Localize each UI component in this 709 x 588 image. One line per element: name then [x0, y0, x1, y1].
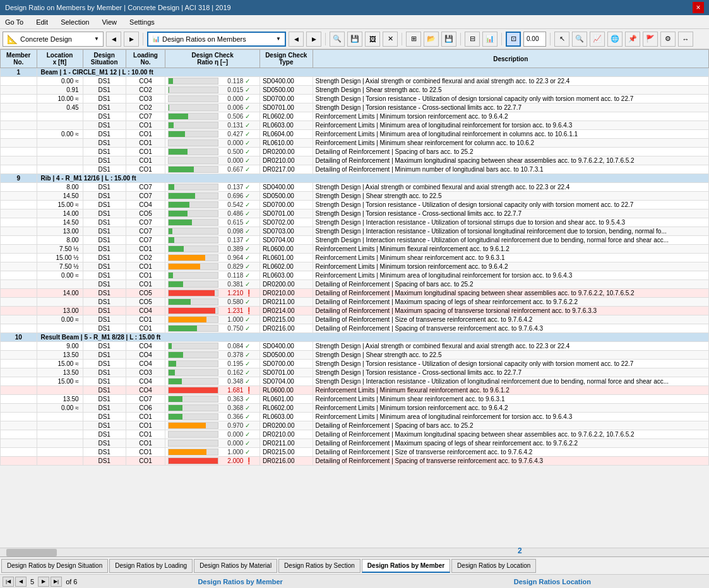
prev-page-btn[interactable]: ◀	[15, 577, 27, 587]
table-row: 14.50 DS1 CO7 0.696 ✓ SD0500.00 Strength…	[1, 192, 709, 201]
cell-loading: CO3	[126, 368, 165, 377]
cell-member	[1, 307, 37, 315]
search2-btn[interactable]: 🔍	[572, 32, 587, 47]
cell-type: DR0217.00	[259, 165, 313, 174]
dd-next-btn[interactable]: ▶	[306, 32, 321, 47]
cell-ratio: 0.363 ✓	[165, 395, 260, 404]
page-total: of 6	[63, 578, 80, 585]
cell-ratio: 0.015 ✓	[165, 86, 260, 95]
cell-type: DR0211.00	[259, 439, 313, 448]
cell-type: SD0400.00	[259, 77, 313, 86]
filter-btn[interactable]: ⊡	[506, 32, 521, 47]
save-btn[interactable]: 💾	[347, 32, 362, 47]
next-page-btn[interactable]: ▶	[38, 577, 49, 587]
cursor-btn[interactable]: ↖	[554, 32, 569, 47]
table-row: 0.91 DS1 CO2 0.015 ✓ SD0500.00 Strength …	[1, 86, 709, 95]
table-row: DS1 CO1 1.000 ✓ DR0215.00 Detailing of R…	[1, 448, 709, 457]
horizontal-scrollbar[interactable]	[0, 548, 709, 556]
cell-desc: Detailing of Reinforcement | Size of tra…	[313, 315, 708, 324]
save2-btn[interactable]: 💾	[441, 32, 456, 47]
cell-member	[1, 404, 37, 413]
cell-ratio: 0.084 ✓	[165, 342, 260, 351]
table-row: 7.50 ½ DS1 CO1 0.829 ✓ RL0602.00 Reinfor…	[1, 262, 709, 271]
globe-btn[interactable]: 🌐	[607, 32, 623, 47]
menu-view[interactable]: View	[99, 17, 119, 27]
search-btn[interactable]: 🔍	[330, 32, 345, 47]
tab-2[interactable]: Design Ratios by Material	[194, 559, 277, 573]
table-row: 0.00 ≈ DS1 CO4 0.118 ✓ SD0400.00 Strengt…	[1, 77, 709, 86]
pin-btn[interactable]: 📌	[625, 32, 640, 47]
cell-loading: CO1	[126, 457, 165, 466]
tab-3[interactable]: Design Ratios by Section	[278, 559, 360, 573]
open-btn[interactable]: 📂	[424, 32, 439, 47]
group-header: 10 Result Beam | 5 - R_M1 8/28 | L : 15.…	[1, 333, 709, 342]
last-page-btn[interactable]: ▶|	[51, 577, 62, 587]
cell-situation: DS1	[83, 156, 126, 165]
cell-loading: CO1	[126, 430, 165, 439]
cell-type: DR0214.00	[259, 307, 313, 315]
table-row: 10.00 ≈ DS1 CO3 0.000 ✓ SD0700.00 Streng…	[1, 95, 709, 103]
group-label: Rib | 4 - R_M1 12/16 | L : 15.00 ft	[37, 174, 709, 183]
next-btn[interactable]: ▶	[124, 32, 139, 47]
prev-btn[interactable]: ◀	[106, 32, 121, 47]
graph-btn[interactable]: 📈	[590, 32, 605, 47]
grid-btn[interactable]: ⊞	[406, 32, 421, 47]
cell-ratio: 0.378 ✓	[165, 351, 260, 360]
table-row: 8.00 DS1 CO7 0.137 ✓ SD0704.00 Strength …	[1, 236, 709, 245]
cell-type: RL0602.00	[259, 262, 313, 271]
cell-type: RL0610.00	[259, 139, 313, 148]
tab-1[interactable]: Design Ratios by Loading	[109, 559, 193, 573]
cell-type: DR0200.00	[259, 421, 313, 430]
menu-settings[interactable]: Settings	[127, 17, 157, 27]
cell-situation: DS1	[83, 183, 126, 192]
cell-member	[1, 130, 37, 139]
menu-edit[interactable]: Edit	[33, 17, 51, 27]
cell-loading: CO7	[126, 218, 165, 227]
cell-desc: Detailing of Reinforcement | Minimum num…	[313, 165, 708, 174]
status-label-2: Design Ratios Location	[514, 578, 591, 585]
dd-prev-btn[interactable]: ◀	[289, 32, 304, 47]
separator4	[460, 33, 461, 45]
tab-0[interactable]: Design Ratios by Design Situation	[1, 559, 108, 573]
cell-desc: Reinforcement Limits | Minimum area of l…	[313, 271, 708, 280]
separator5	[501, 33, 502, 45]
separator	[143, 33, 143, 45]
cell-loading: CO1	[126, 271, 165, 280]
menu-goto[interactable]: Go To	[3, 17, 26, 27]
cell-type: SD0704.00	[259, 377, 313, 386]
scroll-area[interactable]: MemberNo. Locationx [ft] DesignSituation…	[0, 49, 709, 548]
design-ratios-label: Design Ratios on Members	[162, 35, 246, 43]
concrete-design-dropdown[interactable]: 📐 Concrete Design ▼	[3, 32, 104, 47]
cell-location	[37, 112, 83, 121]
cell-loading: CO1	[126, 139, 165, 148]
status-label-1: Design Ratios by Member	[198, 578, 282, 585]
image-btn[interactable]: 🖼	[365, 32, 380, 47]
xls-btn[interactable]: 📊	[482, 32, 497, 47]
expand-btn[interactable]: ↔	[678, 32, 693, 47]
cell-ratio: 0.750 ✓	[165, 324, 260, 333]
tab-5[interactable]: Design Ratios by Location	[451, 559, 536, 573]
cell-situation: DS1	[83, 360, 126, 368]
first-page-btn[interactable]: |◀	[3, 577, 14, 587]
cell-situation: DS1	[83, 315, 126, 324]
table-row: 0.00 ≈ DS1 CO1 0.118 ✓ RL0603.00 Reinfor…	[1, 271, 709, 280]
cell-ratio: 1.000 ✓	[165, 315, 260, 324]
cell-loading: CO1	[126, 245, 165, 254]
cross-btn[interactable]: ✕	[383, 32, 398, 47]
close-button[interactable]: ×	[693, 2, 704, 13]
group-header: 9 Rib | 4 - R_M1 12/16 | L : 15.00 ft	[1, 174, 709, 183]
cell-desc: Strength Design | Axial strength or comb…	[313, 77, 708, 86]
cell-ratio: 0.964 ✓	[165, 254, 260, 262]
tab-4[interactable]: Design Ratios by Member	[362, 559, 450, 573]
table-row: 7.50 ½ DS1 CO1 0.389 ✓ RL0600.00 Reinfor…	[1, 245, 709, 254]
settings-btn[interactable]: ⚙	[660, 32, 676, 47]
cell-member	[1, 201, 37, 209]
table-row: 15.00 ≈ DS1 CO4 0.348 ✓ SD0704.00 Streng…	[1, 377, 709, 386]
cell-member	[1, 156, 37, 165]
flag-btn[interactable]: 🚩	[643, 32, 658, 47]
cell-location	[37, 298, 83, 307]
cell-member	[1, 448, 37, 457]
col-btn[interactable]: ⊟	[465, 32, 480, 47]
menu-selection[interactable]: Selection	[58, 17, 92, 27]
design-ratios-dropdown[interactable]: 📊 Design Ratios on Members ▼	[147, 32, 286, 47]
